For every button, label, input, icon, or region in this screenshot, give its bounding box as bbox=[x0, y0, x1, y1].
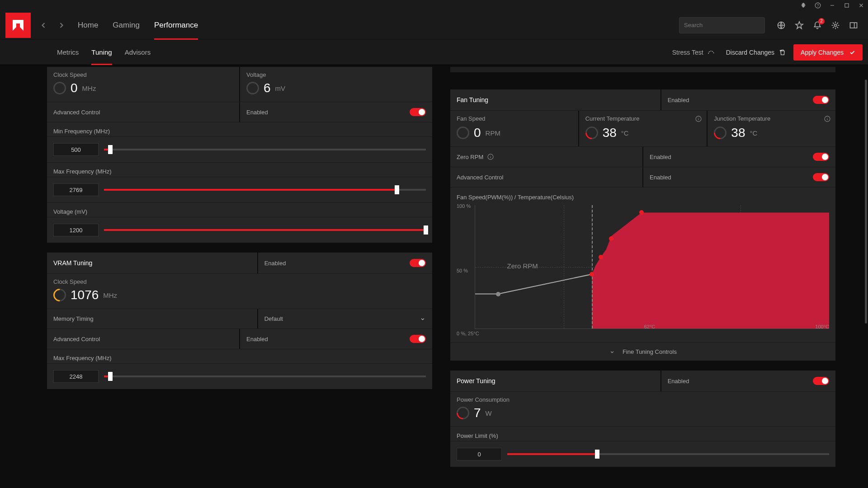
fan-advanced-toggle[interactable] bbox=[813, 173, 829, 181]
nav-home[interactable]: Home bbox=[71, 11, 105, 40]
power-title: Power Tuning bbox=[457, 377, 495, 385]
current-temp-value: 38 bbox=[603, 126, 617, 140]
fan-curve-point[interactable] bbox=[599, 255, 603, 259]
fan-speed-value: 0 bbox=[474, 126, 481, 140]
apply-changes-button[interactable]: Apply Changes bbox=[793, 44, 863, 61]
fan-toggle[interactable] bbox=[813, 96, 829, 104]
fan-speed-unit: RPM bbox=[486, 129, 500, 137]
scrollbar[interactable] bbox=[865, 80, 867, 324]
fan-curve-point[interactable] bbox=[639, 210, 644, 215]
content-area: Clock Speed 0 MHz Voltage 6 mV Advanced … bbox=[0, 65, 868, 488]
info-icon[interactable] bbox=[487, 153, 494, 160]
advanced-control-label: Advanced Control bbox=[53, 336, 100, 343]
zero-rpm-toggle[interactable] bbox=[813, 153, 829, 161]
fan-speed-stat: Fan Speed 0 RPM bbox=[450, 111, 578, 146]
fine-tuning-label: Fine Tuning Controls bbox=[623, 348, 677, 355]
temp-unit: °C bbox=[750, 129, 758, 137]
maximize-icon[interactable] bbox=[844, 2, 850, 9]
chart-y-50: 50 % bbox=[457, 268, 468, 273]
enabled-label: Enabled bbox=[650, 154, 671, 160]
gauge-icon bbox=[712, 124, 730, 142]
min-freq-input[interactable] bbox=[53, 143, 99, 156]
search-box[interactable] bbox=[679, 17, 765, 33]
fan-advanced-row: Advanced Control Enabled bbox=[450, 167, 835, 187]
temp-unit: °C bbox=[621, 129, 629, 137]
tab-advisors[interactable]: Advisors bbox=[118, 40, 157, 65]
nav-performance[interactable]: Performance bbox=[147, 11, 205, 40]
tab-metrics[interactable]: Metrics bbox=[51, 40, 85, 65]
min-freq-label: Min Frequency (MHz) bbox=[47, 122, 432, 136]
enabled-label: Enabled bbox=[246, 336, 268, 343]
svg-rect-3 bbox=[845, 4, 849, 7]
stress-test-button[interactable]: Stress Test bbox=[672, 48, 715, 56]
info-icon[interactable] bbox=[695, 115, 702, 122]
svg-text:?: ? bbox=[817, 4, 819, 8]
voltage-input[interactable] bbox=[53, 224, 99, 236]
tab-tuning[interactable]: Tuning bbox=[85, 40, 118, 65]
gauge-icon bbox=[707, 48, 715, 56]
notification-badge: 2 bbox=[818, 18, 825, 24]
min-freq-slider[interactable] bbox=[104, 149, 426, 150]
max-freq-slider[interactable] bbox=[104, 189, 426, 191]
advanced-control-label: Advanced Control bbox=[457, 174, 503, 181]
sidebar-toggle-icon[interactable] bbox=[844, 16, 863, 34]
close-icon[interactable] bbox=[858, 2, 864, 9]
vram-max-freq-input[interactable] bbox=[53, 370, 99, 383]
power-limit-input[interactable] bbox=[457, 448, 502, 460]
notifications-icon[interactable]: 2 bbox=[808, 16, 826, 34]
chart-x-62: 62°C bbox=[644, 324, 656, 329]
fine-tuning-expand[interactable]: Fine Tuning Controls bbox=[450, 343, 835, 361]
minimize-icon[interactable] bbox=[829, 2, 835, 9]
nav-gaming[interactable]: Gaming bbox=[105, 11, 147, 40]
globe-icon[interactable] bbox=[772, 16, 790, 34]
max-freq-input[interactable] bbox=[53, 183, 99, 196]
fan-curve-chart[interactable]: Fan Speed(PWM(%)) / Temperature(Celsius)… bbox=[450, 187, 835, 343]
enabled-label: Enabled bbox=[668, 378, 689, 385]
vram-max-freq-label: Max Frequency (MHz) bbox=[47, 349, 432, 363]
gpu-voltage-unit: mV bbox=[275, 84, 286, 92]
junction-temp-stat: Junction Temperature 38 °C bbox=[708, 111, 835, 146]
max-freq-slider-row bbox=[47, 177, 432, 202]
min-freq-slider-row bbox=[47, 136, 432, 162]
advanced-control-label: Advanced Control bbox=[53, 109, 100, 116]
search-input[interactable] bbox=[684, 22, 760, 28]
vram-clock-value: 1076 bbox=[71, 288, 99, 302]
gpu-voltage-label: Voltage bbox=[246, 71, 426, 78]
amd-logo[interactable] bbox=[5, 13, 31, 38]
vram-title: VRAM Tuning bbox=[53, 259, 92, 267]
gauge-icon bbox=[457, 127, 469, 139]
power-limit-slider[interactable] bbox=[507, 453, 829, 455]
back-button[interactable] bbox=[34, 16, 52, 34]
forward-button[interactable] bbox=[52, 16, 71, 34]
bug-icon[interactable] bbox=[800, 2, 807, 9]
voltage-slider-row bbox=[47, 217, 432, 243]
gpu-voltage-value: 6 bbox=[264, 81, 271, 95]
power-consumption-metric: Power Consumption 7 W bbox=[450, 391, 835, 427]
discard-changes-button[interactable]: Discard Changes bbox=[726, 49, 786, 56]
vram-toggle[interactable] bbox=[410, 259, 426, 267]
info-icon[interactable] bbox=[824, 115, 831, 122]
max-freq-label: Max Frequency (MHz) bbox=[47, 162, 432, 177]
chart-title: Fan Speed(PWM(%)) / Temperature(Celsius) bbox=[457, 194, 829, 201]
vram-clock-label: Clock Speed bbox=[53, 278, 426, 285]
gauge-icon bbox=[51, 286, 69, 304]
voltage-slider[interactable] bbox=[104, 229, 426, 231]
fan-curve-point[interactable] bbox=[496, 292, 500, 296]
help-icon[interactable]: ? bbox=[815, 2, 821, 9]
memory-timing-select[interactable]: Default bbox=[258, 309, 432, 328]
power-toggle[interactable] bbox=[813, 377, 829, 385]
vram-advanced-toggle[interactable] bbox=[410, 335, 426, 343]
enabled-label: Enabled bbox=[246, 109, 268, 116]
gpu-voltage-metric: Voltage 6 mV bbox=[240, 67, 432, 102]
settings-icon[interactable] bbox=[826, 16, 844, 34]
gauge-icon bbox=[53, 82, 66, 94]
star-icon[interactable] bbox=[790, 16, 808, 34]
gpu-clock-unit: MHz bbox=[82, 84, 96, 92]
gpu-advanced-toggle[interactable] bbox=[410, 108, 426, 116]
gpu-metrics: Clock Speed 0 MHz Voltage 6 mV bbox=[47, 67, 432, 102]
vram-max-freq-slider[interactable] bbox=[104, 375, 426, 377]
fan-curve-point[interactable] bbox=[609, 236, 613, 241]
fan-curve-point[interactable] bbox=[590, 272, 594, 277]
memory-timing-label: Memory Timing bbox=[53, 315, 94, 322]
chart-plot-area[interactable]: 100 % 50 % 0 %, 25°C bbox=[457, 205, 829, 336]
